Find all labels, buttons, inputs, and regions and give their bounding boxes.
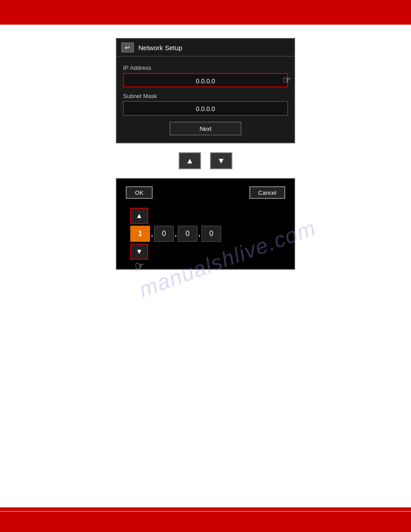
ip-field-wrapper: 0.0.0.0 ☞ bbox=[123, 73, 288, 87]
subnet-mask-label: Subnet Mask bbox=[123, 93, 288, 99]
octet-3-value: 0 bbox=[186, 230, 190, 238]
ip-octets-row: 1 . 0 . 0 . 0 bbox=[130, 226, 221, 242]
header-bar bbox=[0, 0, 411, 25]
octet-4-value: 0 bbox=[210, 230, 214, 238]
footer-bar bbox=[0, 507, 411, 532]
cancel-button[interactable]: Cancel bbox=[249, 186, 285, 199]
up-arrow-icon: ▲ bbox=[186, 156, 194, 166]
arrow-buttons-row: ▲ ▼ bbox=[179, 152, 232, 169]
dot-1: . bbox=[150, 229, 154, 239]
hand-cursor-bottom-icon: ☞ bbox=[135, 260, 145, 272]
ip-entry-panel: OK Cancel ▲ 1 . 0 . 0 bbox=[116, 178, 295, 270]
ip-address-value: 0.0.0.0 bbox=[196, 77, 215, 85]
octet-1-value: 1 bbox=[138, 230, 142, 238]
panel-title: Network Setup bbox=[138, 44, 182, 51]
next-button[interactable]: Next bbox=[170, 122, 241, 135]
ip-address-label: IP Address bbox=[123, 64, 288, 71]
footer-line bbox=[0, 511, 411, 512]
subnet-mask-value: 0.0.0.0 bbox=[196, 105, 215, 112]
hand-cursor-icon: ☞ bbox=[283, 73, 291, 87]
octet-4[interactable]: 0 bbox=[201, 226, 221, 242]
down-arrow-button[interactable]: ▼ bbox=[210, 152, 232, 169]
network-setup-panel: ↩ Network Setup IP Address 0.0.0.0 ☞ Sub… bbox=[116, 38, 295, 143]
next-button-label: Next bbox=[200, 125, 212, 132]
octet-1[interactable]: 1 bbox=[130, 226, 150, 242]
ip-down-arrow-icon: ▼ bbox=[136, 248, 143, 256]
ok-button[interactable]: OK bbox=[126, 186, 153, 199]
ip-entry-body: ▲ 1 . 0 . 0 . 0 bbox=[126, 208, 285, 260]
ok-label: OK bbox=[135, 189, 144, 196]
octet-2[interactable]: 0 bbox=[154, 226, 174, 242]
dot-3: . bbox=[197, 229, 201, 239]
octet-2-value: 0 bbox=[162, 230, 166, 238]
dot-2: . bbox=[174, 229, 178, 239]
ip-entry-top-row: OK Cancel bbox=[126, 186, 285, 199]
up-arrow-button[interactable]: ▲ bbox=[179, 152, 201, 169]
ip-up-arrow-icon: ▲ bbox=[136, 212, 143, 220]
panel-body: IP Address 0.0.0.0 ☞ Subnet Mask 0.0.0.0… bbox=[117, 56, 294, 142]
back-button[interactable]: ↩ bbox=[121, 43, 134, 52]
subnet-mask-input[interactable]: 0.0.0.0 bbox=[123, 101, 288, 116]
down-arrow-icon: ▼ bbox=[217, 156, 225, 166]
octet-3[interactable]: 0 bbox=[178, 226, 197, 242]
cancel-label: Cancel bbox=[258, 189, 276, 196]
main-content: ↩ Network Setup IP Address 0.0.0.0 ☞ Sub… bbox=[0, 25, 411, 507]
ip-up-arrow-button[interactable]: ▲ bbox=[130, 208, 148, 224]
panel-title-bar: ↩ Network Setup bbox=[117, 39, 294, 56]
ip-down-arrow-button[interactable]: ▼ ☞ bbox=[130, 244, 148, 260]
ip-address-input[interactable]: 0.0.0.0 ☞ bbox=[123, 73, 288, 87]
